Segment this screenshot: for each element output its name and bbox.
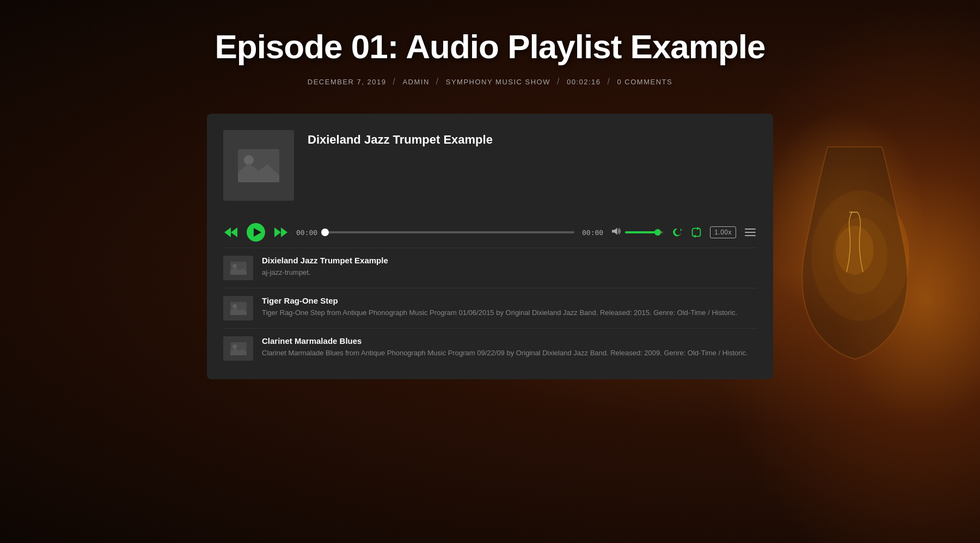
progress-bar[interactable] — [325, 231, 574, 234]
volume-slider[interactable] — [625, 231, 663, 233]
player-container: Dixieland Jazz Trumpet Example — [207, 114, 773, 379]
playlist-item[interactable]: Tiger Rag-One Step Tiger Rag-One Step fr… — [223, 288, 757, 328]
separator-2: / — [436, 77, 439, 87]
play-icon — [246, 223, 266, 242]
menu-line-1 — [745, 229, 756, 230]
playlist-artwork-2 — [223, 296, 253, 320]
playlist-info-2: Tiger Rag-One Step Tiger Rag-One Step fr… — [262, 296, 757, 318]
meta-duration: 00:02:16 — [567, 78, 601, 86]
meta-author[interactable]: ADMIN — [402, 78, 429, 86]
meta-date[interactable]: DECEMBER 7, 2019 — [308, 78, 387, 86]
menu-button[interactable] — [744, 227, 757, 237]
fast-forward-button[interactable] — [273, 226, 289, 238]
playlist-track-desc-2: Tiger Rag-One Step from Antique Phonogra… — [262, 307, 757, 318]
volume-fill — [625, 231, 658, 233]
playlist-track-title-3: Clarinet Marmalade Blues — [262, 336, 757, 345]
main-content: Episode 01: Audio Playlist Example DECEM… — [0, 0, 980, 379]
play-button[interactable] — [246, 223, 266, 242]
separator-1: / — [393, 77, 396, 87]
svg-marker-6 — [224, 227, 231, 237]
rewind-icon — [223, 226, 238, 238]
menu-line-2 — [745, 232, 756, 233]
image-placeholder-icon — [237, 148, 280, 183]
page-title: Episode 01: Audio Playlist Example — [215, 27, 765, 66]
volume-thumb — [654, 229, 661, 236]
playlist-item[interactable]: Clarinet Marmalade Blues Clarinet Marmal… — [223, 328, 757, 368]
image-placeholder-icon — [230, 342, 247, 356]
separator-4: / — [608, 77, 611, 87]
replay-button[interactable] — [671, 226, 683, 238]
speed-button[interactable]: 1.00x — [710, 226, 736, 238]
playlist: Dixieland Jazz Trumpet Example aj-jazz-t… — [223, 248, 757, 368]
meta-show[interactable]: SYMPHONY MUSIC SHOW — [446, 78, 550, 86]
progress-track — [325, 231, 574, 233]
speaker-icon — [611, 227, 622, 236]
controls-bar: 00:00 00:00 — [223, 217, 757, 248]
svg-marker-11 — [281, 227, 287, 237]
separator-3: / — [557, 77, 560, 87]
svg-point-14 — [232, 264, 237, 268]
image-placeholder-icon — [230, 301, 247, 316]
playlist-track-desc-3: Clarinet Marmalade Blues from Antique Ph… — [262, 348, 757, 359]
svg-marker-12 — [612, 228, 617, 235]
image-placeholder-icon — [230, 261, 247, 275]
playlist-track-title-2: Tiger Rag-One Step — [262, 296, 757, 305]
playlist-track-desc-1: aj-jazz-trumpet. — [262, 267, 757, 278]
meta-bar: DECEMBER 7, 2019 / ADMIN / SYMPHONY MUSI… — [308, 77, 672, 87]
replay-icon — [671, 226, 683, 238]
playlist-item[interactable]: Dixieland Jazz Trumpet Example aj-jazz-t… — [223, 248, 757, 288]
volume-icon — [611, 227, 622, 238]
svg-marker-10 — [274, 227, 281, 237]
menu-line-3 — [745, 235, 756, 236]
playlist-track-title-1: Dixieland Jazz Trumpet Example — [262, 256, 757, 265]
playlist-info-3: Clarinet Marmalade Blues Clarinet Marmal… — [262, 336, 757, 359]
playlist-info-1: Dixieland Jazz Trumpet Example aj-jazz-t… — [262, 256, 757, 278]
svg-point-18 — [232, 344, 237, 349]
progress-thumb — [321, 229, 329, 236]
loop-icon — [690, 226, 702, 238]
meta-comments[interactable]: 0 COMMENTS — [617, 78, 673, 86]
svg-point-16 — [232, 304, 237, 308]
svg-marker-7 — [231, 227, 237, 237]
artwork-large — [223, 130, 294, 201]
volume-container — [611, 227, 663, 238]
playlist-artwork-1 — [223, 256, 253, 280]
current-track-title: Dixieland Jazz Trumpet Example — [308, 130, 493, 147]
time-current: 00:00 — [296, 229, 317, 237]
player-top: Dixieland Jazz Trumpet Example — [223, 130, 757, 201]
loop-button[interactable] — [690, 226, 702, 238]
time-total: 00:00 — [582, 229, 603, 237]
fast-forward-icon — [273, 226, 289, 238]
playlist-artwork-3 — [223, 336, 253, 361]
rewind-button[interactable] — [223, 226, 238, 238]
